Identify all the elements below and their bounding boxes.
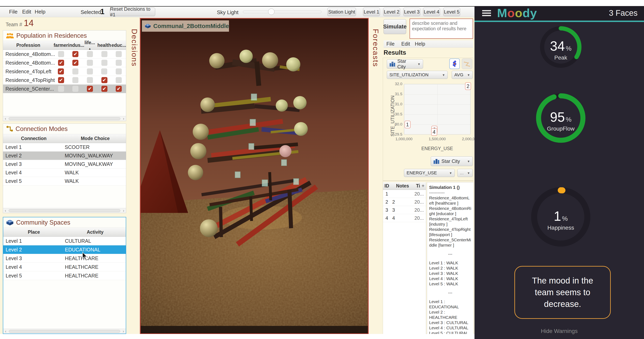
checkbox[interactable]: ✔ bbox=[102, 77, 108, 83]
col-notes[interactable]: Notes bbox=[391, 183, 414, 189]
col-id[interactable]: ID bbox=[383, 183, 391, 189]
community-hscrollbar[interactable]: ‹› bbox=[3, 329, 126, 333]
forecast-menu-help[interactable]: Help bbox=[415, 41, 425, 47]
connection-row[interactable]: Level 1 SCOOTER bbox=[3, 143, 126, 152]
hamburger-menu-icon[interactable] bbox=[482, 10, 491, 17]
checkbox[interactable] bbox=[102, 60, 108, 66]
x-axis-label: ENERGY_USE bbox=[404, 146, 470, 151]
chart-point[interactable]: 1 bbox=[404, 121, 410, 128]
reset-decisions-button[interactable]: Reset Decisions to #1 bbox=[110, 8, 155, 16]
metric-dropdown[interactable]: SITE_UTILIZATION▼ bbox=[387, 71, 448, 79]
checkbox[interactable]: ✔ bbox=[58, 77, 64, 83]
city-dropdown-2[interactable]: Star City▼ bbox=[431, 156, 473, 166]
community-row[interactable]: Level 5 HEALTHCARE bbox=[3, 271, 126, 280]
scatter-view-button[interactable] bbox=[449, 59, 460, 69]
population-row-selected[interactable]: Residence_5Center... ✔ ✔ ✔ bbox=[3, 85, 126, 93]
city-dropdown[interactable]: Star City▼ bbox=[387, 59, 423, 69]
checkbox[interactable] bbox=[101, 68, 107, 75]
col-profession[interactable]: Profession bbox=[3, 43, 54, 48]
checkbox[interactable]: ✔ bbox=[87, 86, 93, 92]
chart-point[interactable]: 2 bbox=[465, 82, 471, 90]
scenario-input[interactable] bbox=[410, 19, 473, 38]
forecasts-tab[interactable]: Forecasts bbox=[370, 17, 382, 334]
col-activity[interactable]: Activity bbox=[64, 229, 126, 235]
agg-dropdown[interactable]: AVG▼ bbox=[452, 71, 473, 79]
line-view-button[interactable] bbox=[462, 59, 472, 69]
menu-help[interactable]: Help bbox=[35, 9, 45, 15]
population-row[interactable]: Residence_4Bottom... ✔ bbox=[3, 50, 126, 59]
checkbox[interactable]: ✔ bbox=[72, 51, 78, 57]
metric-dropdown-2[interactable]: ENERGY_USE▼ bbox=[404, 169, 455, 177]
3d-viewport[interactable]: Communal_2BottomMiddle bbox=[140, 18, 368, 334]
population-hscrollbar[interactable]: ‹› bbox=[3, 116, 126, 121]
connection-row[interactable]: Level 3 MOVING_WALKWAY bbox=[3, 160, 126, 168]
forecast-menu-edit[interactable]: Edit bbox=[401, 41, 410, 47]
station-light-button[interactable]: Station Light bbox=[327, 8, 356, 16]
run-row[interactable]: 1 20... bbox=[383, 190, 426, 198]
chart-point[interactable]: 4 bbox=[431, 128, 437, 136]
checkbox[interactable] bbox=[102, 51, 108, 57]
menu-file[interactable]: File bbox=[9, 9, 18, 15]
checkbox[interactable] bbox=[72, 77, 78, 83]
col-connection[interactable]: Connection bbox=[3, 136, 64, 141]
hide-warnings-button[interactable]: Hide Warnings bbox=[474, 328, 644, 334]
level-4-button[interactable]: Level 4 bbox=[423, 8, 440, 16]
connection-row[interactable]: Level 5 WALK bbox=[3, 177, 126, 185]
col-place[interactable]: Place bbox=[3, 229, 64, 235]
col-mode-choice[interactable]: Mode Choice bbox=[64, 136, 126, 141]
checkbox[interactable] bbox=[72, 86, 78, 92]
decisions-tab[interactable]: Decisions bbox=[128, 17, 140, 334]
col-time[interactable]: Ti bbox=[414, 183, 422, 189]
forecast-menu-file[interactable]: File bbox=[386, 41, 394, 47]
sky-light-slider-knob[interactable] bbox=[268, 9, 274, 15]
community-row[interactable]: Level 3 HEALTHCARE bbox=[3, 254, 126, 263]
community-row-selected[interactable]: Level 2 EDUCATIONAL bbox=[3, 245, 126, 254]
checkbox[interactable] bbox=[72, 68, 78, 75]
simulation-notes[interactable]: Simulation 1 () ----------- Residence_4B… bbox=[427, 182, 474, 334]
col-indus[interactable]: indus... bbox=[68, 43, 83, 48]
connection-groupbox: Connection Modes Connection Mode Choice … bbox=[3, 124, 126, 213]
col-health[interactable]: health bbox=[97, 43, 112, 48]
col-farmer[interactable]: farmer bbox=[54, 43, 68, 48]
checkbox[interactable]: ✔ bbox=[116, 86, 122, 92]
population-row[interactable]: Residence_4TopLeft ✔ bbox=[3, 67, 126, 76]
level-1-button[interactable]: Level 1 bbox=[363, 8, 380, 16]
connection-hscrollbar[interactable]: ‹› bbox=[3, 208, 126, 213]
add-column-button[interactable]: + bbox=[422, 183, 426, 189]
community-row[interactable]: Level 1 CULTURAL bbox=[3, 237, 126, 245]
3d-scene bbox=[141, 19, 368, 333]
agg-dropdown-2[interactable]: ...▼ bbox=[457, 169, 473, 177]
community-row[interactable]: Level 4 HEALTHCARE bbox=[3, 263, 126, 271]
checkbox[interactable] bbox=[87, 68, 93, 75]
checkbox[interactable]: ✔ bbox=[58, 60, 64, 66]
level-3-button[interactable]: Level 3 bbox=[403, 8, 420, 16]
checkbox[interactable] bbox=[116, 68, 122, 75]
col-life[interactable]: life... ▲ bbox=[83, 40, 97, 51]
checkbox[interactable] bbox=[87, 77, 93, 83]
run-row[interactable]: 2 2 20... bbox=[383, 198, 426, 206]
simulate-button[interactable]: Simulate bbox=[384, 19, 406, 34]
checkbox[interactable] bbox=[87, 51, 93, 57]
checkbox[interactable] bbox=[87, 60, 93, 66]
population-row[interactable]: Residence_4Bottom... ✔ ✔ bbox=[3, 59, 126, 67]
checkbox[interactable] bbox=[58, 86, 64, 92]
population-groupbox: Population in Residences Profession farm… bbox=[3, 30, 126, 121]
level-5-button[interactable]: Level 5 bbox=[443, 8, 460, 16]
checkbox[interactable] bbox=[116, 51, 122, 57]
checkbox[interactable]: ✔ bbox=[58, 68, 64, 75]
selected-count: 1 bbox=[100, 8, 104, 16]
menu-edit[interactable]: Edit bbox=[22, 9, 31, 15]
run-row[interactable]: 3 3 20... bbox=[383, 206, 426, 214]
run-row[interactable]: 4 4 20... bbox=[383, 214, 426, 222]
checkbox[interactable]: ✔ bbox=[102, 86, 108, 92]
connection-row-selected[interactable]: Level 2 MOVING_WALKWAY bbox=[3, 152, 126, 160]
checkbox[interactable]: ✔ bbox=[72, 60, 78, 66]
checkbox[interactable] bbox=[116, 60, 122, 66]
checkbox[interactable] bbox=[58, 51, 64, 57]
population-row[interactable]: Residence_4TopRight ✔ ✔ bbox=[3, 76, 126, 85]
level-2-button[interactable]: Level 2 bbox=[383, 8, 400, 16]
col-educ[interactable]: educ... bbox=[112, 43, 126, 48]
connection-row[interactable]: Level 4 WALK bbox=[3, 168, 126, 177]
checkbox[interactable] bbox=[116, 77, 122, 83]
sky-light-slider[interactable] bbox=[243, 11, 322, 13]
